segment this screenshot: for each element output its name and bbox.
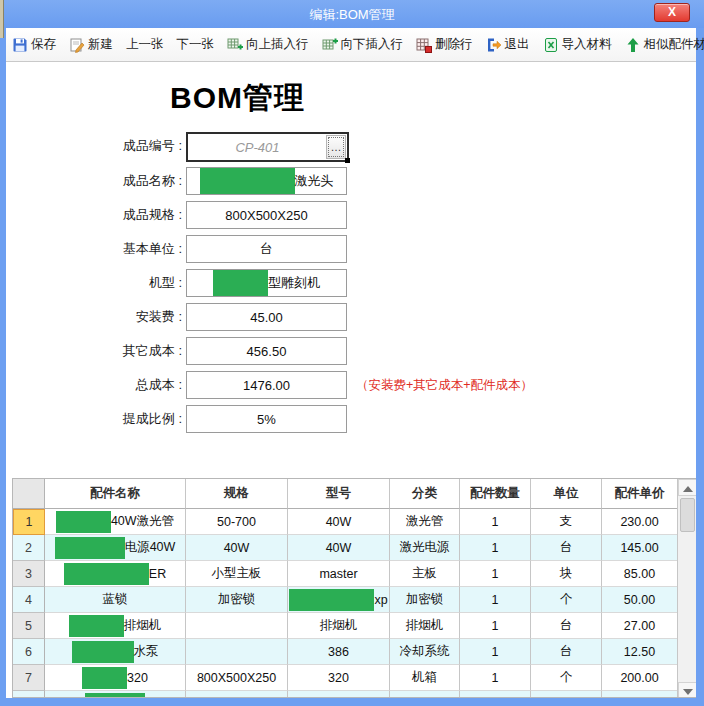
model-cell[interactable]: xp (288, 587, 390, 613)
next-button[interactable]: 下一张 (177, 36, 215, 53)
category-cell[interactable]: 主板 (390, 561, 460, 587)
qty-cell[interactable]: 1 (460, 639, 531, 665)
row-number-cell[interactable]: 4 (13, 587, 45, 613)
table-row[interactable]: 5 排烟机 排烟机 排烟机 1 台 27.00 (13, 613, 678, 639)
model-cell[interactable] (288, 691, 390, 698)
other-cost-input[interactable]: 456.50 (186, 337, 347, 365)
qty-cell[interactable]: 1 (460, 587, 531, 613)
column-header-spec[interactable]: 规格 (186, 479, 288, 509)
spec-cell[interactable]: 800X500X250 (186, 665, 288, 691)
product-name-input[interactable]: 激光头 (186, 167, 347, 195)
scroll-down-button[interactable] (678, 682, 696, 698)
category-cell[interactable]: 机箱 (390, 665, 460, 691)
name-cell[interactable] (45, 691, 186, 698)
price-cell[interactable] (602, 691, 678, 698)
insert-row-above-button[interactable]: 向上插入行 (227, 36, 309, 53)
spec-cell[interactable] (186, 613, 288, 639)
spec-cell[interactable] (186, 691, 288, 698)
category-cell[interactable]: 排烟机 (390, 613, 460, 639)
table-row[interactable]: 3 ER 小型主板 master 主板 1 块 85.00 (13, 561, 678, 587)
table-row[interactable]: 6 水泵 386 冷却系统 1 台 12.50 (13, 639, 678, 665)
price-cell[interactable]: 27.00 (602, 613, 678, 639)
unit-cell[interactable] (531, 691, 602, 698)
model-cell[interactable]: master (288, 561, 390, 587)
new-button[interactable]: 新建 (69, 36, 113, 53)
spec-cell[interactable] (186, 639, 288, 665)
browse-button[interactable]: … (326, 135, 346, 159)
exit-button[interactable]: 退出 (486, 36, 530, 53)
unit-cell[interactable]: 支 (531, 509, 602, 535)
row-number-cell[interactable]: 1 (13, 509, 45, 535)
column-header-qty[interactable]: 配件数量 (460, 479, 531, 509)
price-cell[interactable]: 145.00 (602, 535, 678, 561)
name-cell[interactable]: 排烟机 (45, 613, 186, 639)
column-header-name[interactable]: 配件名称 (45, 479, 186, 509)
row-number-cell[interactable] (13, 691, 45, 698)
name-cell[interactable]: 40W激光管 (45, 509, 186, 535)
total-cost-input[interactable]: 1476.00 (186, 371, 347, 399)
name-cell[interactable]: 蓝锁 (45, 587, 186, 613)
model-cell[interactable]: 40W (288, 509, 390, 535)
table-row[interactable]: 2 电源40W 40W 40W 激光电源 1 台 145.00 (13, 535, 678, 561)
product-code-input[interactable]: CP-401 … (186, 132, 349, 162)
install-fee-input[interactable]: 45.00 (186, 303, 347, 331)
spec-cell[interactable]: 加密锁 (186, 587, 288, 613)
delete-row-button[interactable]: 删除行 (416, 36, 473, 53)
table-row[interactable]: 7 320 800X500X250 320 机箱 1 个 200.00 (13, 665, 678, 691)
commission-rate-input[interactable]: 5% (186, 405, 347, 433)
category-cell[interactable]: 冷却系统 (390, 639, 460, 665)
category-cell[interactable] (390, 691, 460, 698)
scrollbar-thumb[interactable] (680, 498, 695, 532)
table-row[interactable]: 1 40W激光管 50-700 40W 激光管 1 支 230.00 (13, 509, 678, 535)
base-unit-input[interactable]: 台 (186, 235, 347, 263)
unit-cell[interactable]: 台 (531, 613, 602, 639)
row-number-cell[interactable]: 2 (13, 535, 45, 561)
unit-cell[interactable]: 个 (531, 665, 602, 691)
column-header-category[interactable]: 分类 (390, 479, 460, 509)
save-button[interactable]: 保存 (12, 36, 56, 53)
qty-cell[interactable]: 1 (460, 613, 531, 639)
category-cell[interactable]: 激光电源 (390, 535, 460, 561)
model-cell[interactable]: 40W (288, 535, 390, 561)
qty-cell[interactable]: 1 (460, 665, 531, 691)
scroll-up-button[interactable] (678, 479, 696, 496)
unit-cell[interactable]: 台 (531, 639, 602, 665)
table-row[interactable]: 4 蓝锁 加密锁 xp 加密锁 1 个 50.00 (13, 587, 678, 613)
column-header-model[interactable]: 型号 (288, 479, 390, 509)
qty-cell[interactable]: 1 (460, 509, 531, 535)
name-cell[interactable]: 水泵 (45, 639, 186, 665)
row-number-cell[interactable]: 6 (13, 639, 45, 665)
row-number-cell[interactable]: 5 (13, 613, 45, 639)
model-cell[interactable]: 386 (288, 639, 390, 665)
price-cell[interactable]: 12.50 (602, 639, 678, 665)
insert-row-below-button[interactable]: 向下插入行 (322, 36, 404, 53)
price-cell[interactable]: 200.00 (602, 665, 678, 691)
qty-cell[interactable] (460, 691, 531, 698)
price-cell[interactable]: 50.00 (602, 587, 678, 613)
category-cell[interactable]: 加密锁 (390, 587, 460, 613)
table-row-partial[interactable] (13, 691, 678, 698)
qty-cell[interactable]: 1 (460, 535, 531, 561)
spec-cell[interactable]: 40W (186, 535, 288, 561)
row-number-cell[interactable]: 7 (13, 665, 45, 691)
unit-cell[interactable]: 块 (531, 561, 602, 587)
price-cell[interactable]: 230.00 (602, 509, 678, 535)
model-cell[interactable]: 排烟机 (288, 613, 390, 639)
similar-parts-entry-button[interactable]: 相似配件材料录入 (625, 36, 704, 53)
previous-button[interactable]: 上一张 (126, 36, 164, 53)
name-cell[interactable]: 320 (45, 665, 186, 691)
spec-cell[interactable]: 50-700 (186, 509, 288, 535)
column-header-price[interactable]: 配件单价 (602, 479, 678, 509)
table-vertical-scrollbar[interactable] (677, 479, 696, 698)
product-spec-input[interactable]: 800X500X250 (186, 201, 347, 229)
unit-cell[interactable]: 台 (531, 535, 602, 561)
column-header-unit[interactable]: 单位 (531, 479, 602, 509)
row-number-cell[interactable]: 3 (13, 561, 45, 587)
model-cell[interactable]: 320 (288, 665, 390, 691)
close-button[interactable]: X (654, 3, 690, 22)
machine-model-input[interactable]: 型雕刻机 (186, 269, 347, 297)
qty-cell[interactable]: 1 (460, 561, 531, 587)
price-cell[interactable]: 85.00 (602, 561, 678, 587)
name-cell[interactable]: ER (45, 561, 186, 587)
spec-cell[interactable]: 小型主板 (186, 561, 288, 587)
